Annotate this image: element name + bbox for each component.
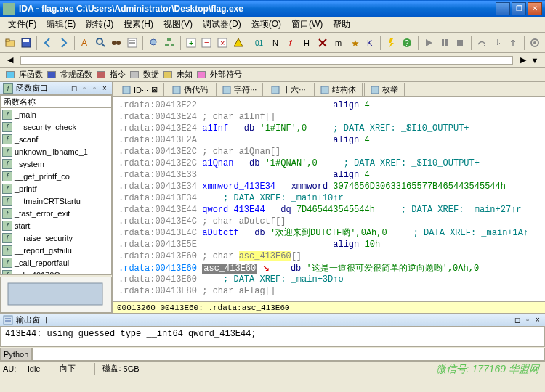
output-text[interactable]: 413E44: using guessed type __int64 qword… [0,327,545,346]
tool-flash[interactable] [384,35,399,51]
function-row[interactable]: f_call_reportfaul [1,256,111,269]
disasm-line[interactable]: .rdata:00413E2C a1Qnan db '1#QNAN',0 ; D… [118,158,539,169]
open-button[interactable] [3,35,18,51]
function-row[interactable]: f_printf [1,182,111,195]
tool-sub[interactable]: − [199,35,214,51]
back-button[interactable] [40,35,55,51]
function-row[interactable]: funknown_libname_1 [1,145,111,158]
disasm-line[interactable]: .rdata:00413E44 qword_413E44 dq 7D465443… [118,204,539,216]
tool-a[interactable]: A [78,35,93,51]
menu-help[interactable]: 帮助 [328,17,355,32]
disasm-line[interactable]: .rdata:00413E24 ; char a1Inf[] [118,111,539,123]
step-into[interactable] [490,35,505,51]
command-lang-button[interactable]: Python [0,348,32,361]
disasm-line[interactable]: .rdata:00413E34 xmmword_413E34 xmmword 3… [118,181,539,192]
panel-close-button[interactable]: × [100,84,109,93]
menu-search[interactable]: 搜素(H) [118,17,158,32]
menu-window[interactable]: 窗口(W) [286,17,328,32]
menu-options[interactable]: 选项(O) [246,17,286,32]
disasm-line[interactable]: .rdata:00413E2C ; char a1Qnan[] [118,146,539,158]
tab-close-icon[interactable]: ⊠ [151,85,158,94]
disasm-line[interactable]: .rdata:00413E60 asc_413E60 ↘ db '这是一道很可爱… [118,262,539,274]
tool-h[interactable]: H [299,35,315,51]
navband-menu-button[interactable]: ▼ [529,54,541,66]
function-row[interactable]: fstart [1,219,111,232]
disasm-line[interactable]: .rdata:00413E60 ; char asc_413E60[] [118,250,539,262]
debug-stop[interactable] [453,35,468,51]
menu-view[interactable]: 视图(V) [158,17,198,32]
minimize-button[interactable]: – [496,2,510,15]
disasm-line[interactable]: .rdata:00413E33 align 4 [118,169,539,181]
navband-right-button[interactable]: ▶ [517,54,529,66]
tool-cross[interactable] [315,35,331,51]
menu-jump[interactable]: 跳转(J) [81,17,118,32]
tool-binoc[interactable] [109,35,124,51]
function-row[interactable]: f_system [1,158,111,170]
tool-add[interactable]: + [183,35,198,51]
menu-debugger[interactable]: 调试器(D) [198,17,246,32]
function-row[interactable]: fsub_40170C [1,269,111,275]
disasm-line[interactable]: .rdata:00413E2A align 4 [118,134,539,146]
disasm-line[interactable]: .rdata:00413E34 ; DATA XREF: _main+10↑r [118,192,539,204]
tool-n[interactable]: N [268,35,283,51]
tool-graph[interactable] [162,35,177,51]
command-input[interactable] [32,348,545,361]
panel-pin-button[interactable]: ◻ [70,84,78,93]
panel-float-button[interactable]: ▫ [90,84,99,93]
view-tab[interactable]: 十六··· [265,83,312,96]
output-float-button[interactable]: ▫ [523,316,532,324]
step-over[interactable] [475,35,490,51]
tool-q[interactable]: ? [400,35,415,51]
tool-text[interactable] [125,35,140,51]
function-row[interactable]: f__get_printf_co [1,170,111,182]
cursor-status: 00013260 00413E60: .rdata:asc_413E60 [113,301,545,313]
star-icon: ★ [348,37,360,49]
tool-m[interactable]: m [331,35,346,51]
function-row[interactable]: f_fast_error_exit [1,207,111,219]
function-row[interactable]: f_scanf [1,133,111,145]
maximize-button[interactable]: ❐ [512,2,526,15]
debug-pause[interactable] [437,35,452,51]
tool-search[interactable] [93,35,108,51]
save-button[interactable] [19,35,34,51]
view-tab[interactable]: 伪代码 [166,83,214,96]
tool-zoom[interactable] [146,35,161,51]
navband-track[interactable] [20,56,513,65]
tool-star[interactable]: ★ [347,35,362,51]
disasm-line[interactable]: .rdata:00413E4C ; char aDutctf[] [118,216,539,227]
disasm-line[interactable]: .rdata:00413E22 align 4 [118,99,539,111]
disasm-line[interactable]: .rdata:00413E4C aDutctf db '欢迎来到DUTCTF哟'… [118,227,539,239]
tool-k[interactable]: K [363,35,378,51]
graph-overview[interactable] [0,277,112,313]
tool-f[interactable]: f [283,35,299,51]
disassembly-view[interactable]: .rdata:00413E22 align 4.rdata:00413E24 ;… [113,97,545,301]
disasm-line[interactable]: .rdata:00413E60 ; DATA XREF: _main+3D↑o [118,274,539,285]
forward-button[interactable] [56,35,71,51]
menu-edit[interactable]: 编辑(E) [41,17,81,32]
tool-warn[interactable] [230,35,246,51]
view-tab[interactable]: 字符··· [216,83,263,96]
step-out[interactable] [506,35,521,51]
view-tab[interactable]: 枚举 [364,83,405,96]
disasm-line[interactable]: .rdata:00413E80 ; char aFlag[] [118,285,539,297]
function-row[interactable]: f__report_gsfailu [1,244,111,256]
disasm-line[interactable]: .rdata:00413E24 a1Inf db '1#INF',0 ; DAT… [118,123,539,134]
output-pin-button[interactable]: ◻ [513,316,522,324]
menu-file[interactable]: 文件(F) [3,17,41,32]
view-tab[interactable]: 结构体 [314,83,363,96]
panel-opts-button[interactable]: ▫ [80,84,89,93]
debug-run[interactable] [421,35,437,51]
close-button[interactable]: ✕ [528,2,542,15]
function-row[interactable]: f_main [1,108,111,121]
tool-x[interactable]: × [215,35,230,51]
cfg-button[interactable] [528,35,543,51]
function-row[interactable]: f__security_check_ [1,121,111,133]
tool-code[interactable]: 01 [252,35,267,51]
functions-column-header[interactable]: 函数名称 [0,95,112,108]
output-close-button[interactable]: × [533,316,542,324]
function-row[interactable]: f__tmainCRTStartu [1,195,111,207]
navband-left-button[interactable]: ◀ [4,54,16,66]
view-tab[interactable]: ID···⊠ [116,83,164,96]
function-row[interactable]: f__raise_security [1,232,111,244]
disasm-line[interactable]: .rdata:00413E5E align 10h [118,239,539,250]
